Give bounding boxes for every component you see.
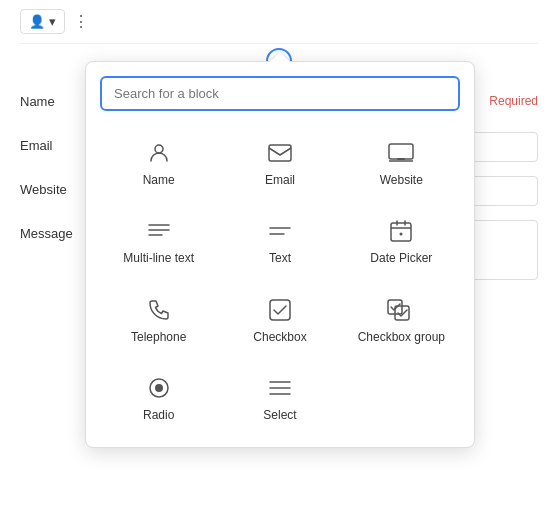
dropdown-panel: Name Email xyxy=(85,61,475,448)
name-label: Name xyxy=(20,88,90,109)
block-item-checkboxgroup[interactable]: Checkbox group xyxy=(343,284,460,354)
toolbar: 👤 ▾ ⋮ xyxy=(20,0,538,44)
search-wrapper xyxy=(100,76,460,111)
search-input[interactable] xyxy=(100,76,460,111)
svg-rect-10 xyxy=(391,223,411,241)
block-label-website: Website xyxy=(380,173,423,187)
block-item-name[interactable]: Name xyxy=(100,127,217,197)
svg-point-14 xyxy=(400,233,403,236)
block-label-text: Text xyxy=(269,251,291,265)
text-icon xyxy=(268,217,292,245)
email-icon xyxy=(268,139,292,167)
checkboxgroup-icon xyxy=(387,296,415,324)
svg-point-19 xyxy=(155,384,163,392)
svg-rect-1 xyxy=(269,145,291,161)
telephone-icon xyxy=(148,296,170,324)
block-item-email[interactable]: Email xyxy=(221,127,338,197)
website-label: Website xyxy=(20,176,90,197)
svg-rect-15 xyxy=(270,300,290,320)
user-button[interactable]: 👤 ▾ xyxy=(20,9,65,34)
multiline-icon xyxy=(147,217,171,245)
block-item-text[interactable]: Text xyxy=(221,205,338,275)
block-label-checkbox: Checkbox xyxy=(253,330,306,344)
block-label-radio: Radio xyxy=(143,408,174,422)
checkbox-icon xyxy=(269,296,291,324)
block-item-multiline[interactable]: Multi-line text xyxy=(100,205,217,275)
block-item-website[interactable]: Website xyxy=(343,127,460,197)
chevron-down-icon: ▾ xyxy=(49,14,56,29)
block-item-select[interactable]: Select xyxy=(221,362,338,432)
block-item-datepicker[interactable]: Date Picker xyxy=(343,205,460,275)
block-picker-overlay: Name Email xyxy=(85,52,475,448)
email-label: Email xyxy=(20,132,90,153)
block-label-checkboxgroup: Checkbox group xyxy=(358,330,445,344)
block-label-name: Name xyxy=(143,173,175,187)
radio-icon xyxy=(148,374,170,402)
select-icon xyxy=(268,374,292,402)
required-label: Required xyxy=(489,88,538,108)
block-label-multiline: Multi-line text xyxy=(123,251,194,265)
svg-point-0 xyxy=(155,145,163,153)
website-icon xyxy=(388,139,414,167)
svg-rect-2 xyxy=(389,144,413,159)
block-label-datepicker: Date Picker xyxy=(370,251,432,265)
block-label-email: Email xyxy=(265,173,295,187)
block-label-select: Select xyxy=(263,408,296,422)
person-icon xyxy=(148,139,170,167)
message-label: Message xyxy=(20,220,90,241)
block-label-telephone: Telephone xyxy=(131,330,186,344)
block-item-radio[interactable]: Radio xyxy=(100,362,217,432)
block-item-checkbox[interactable]: Checkbox xyxy=(221,284,338,354)
person-icon: 👤 xyxy=(29,14,45,29)
block-item-telephone[interactable]: Telephone xyxy=(100,284,217,354)
more-options-button[interactable]: ⋮ xyxy=(69,8,93,35)
blocks-grid: Name Email xyxy=(100,127,460,433)
datepicker-icon xyxy=(390,217,412,245)
